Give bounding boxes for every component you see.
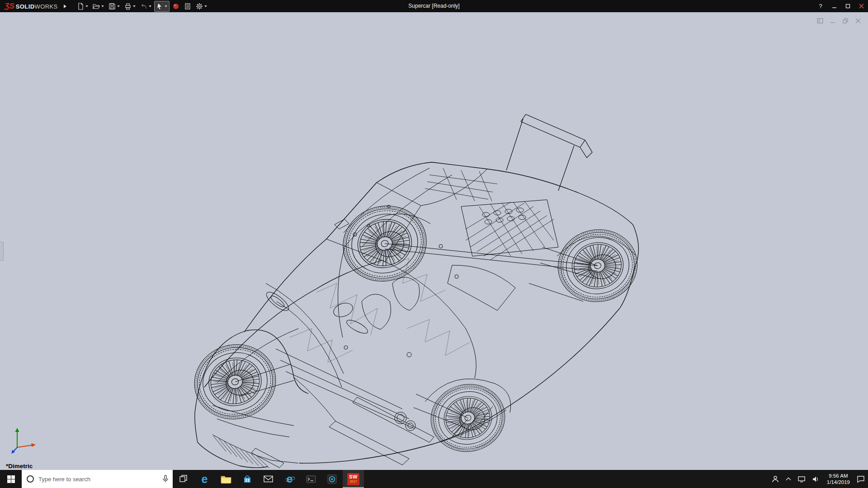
print-button[interactable]: [123, 1, 137, 12]
dassault-mark: ƷS: [5, 2, 14, 11]
toolbar-expand-arrow[interactable]: [61, 1, 69, 11]
select-cursor-icon: [156, 3, 163, 10]
options-button[interactable]: [194, 1, 209, 12]
sheet-icon: [184, 3, 191, 10]
open-button[interactable]: [91, 1, 106, 12]
taskbar-search[interactable]: [22, 470, 173, 488]
media-app-icon: [327, 474, 337, 484]
command-prompt-icon: [306, 475, 316, 483]
gear-icon: [196, 3, 203, 10]
minimize-icon: [832, 4, 837, 9]
titlebar: ƷS SOLID WORKS: [0, 0, 868, 12]
brand-works: WORKS: [34, 3, 57, 10]
dropdown-caret-icon[interactable]: [117, 5, 120, 7]
action-center-icon: [857, 475, 865, 483]
dropdown-caret-icon[interactable]: [133, 5, 136, 7]
volume-button[interactable]: [809, 470, 823, 488]
internet-explorer-button[interactable]: e: [279, 470, 300, 488]
printer-icon: [124, 3, 132, 10]
task-view-icon: [179, 474, 188, 483]
brand-solid: SOLID: [16, 3, 35, 10]
new-document-button[interactable]: [75, 1, 90, 12]
task-view-button[interactable]: [173, 470, 194, 488]
mail-button[interactable]: [258, 470, 279, 488]
command-prompt-button[interactable]: [300, 470, 321, 488]
solidworks-window: ƷS SOLID WORKS: [0, 0, 868, 488]
right-arrow-icon: [63, 4, 67, 9]
close-button[interactable]: [854, 0, 868, 12]
doc-restore-button[interactable]: [842, 18, 849, 24]
save-floppy-icon: [108, 3, 116, 10]
help-button[interactable]: ?: [814, 0, 827, 12]
dropdown-caret-icon[interactable]: [165, 5, 167, 7]
dropdown-caret-icon[interactable]: [204, 5, 207, 7]
new-document-icon: [77, 3, 84, 10]
undo-button[interactable]: [138, 1, 153, 12]
appearance-sphere-icon: [172, 3, 179, 10]
maximize-icon: [845, 4, 850, 9]
store-button[interactable]: [236, 470, 258, 488]
orientation-triad: [10, 426, 39, 455]
edge-button[interactable]: e: [194, 470, 215, 488]
windows-taskbar: e e: [0, 470, 868, 488]
view-orientation-label: *Dimetric: [6, 463, 33, 469]
document-title: Supercar [Read-only]: [408, 0, 459, 12]
wireframe-car-model: [0, 12, 868, 470]
taskbar-clock[interactable]: 9:56 AM 1/14/2019: [823, 473, 854, 485]
window-controls: ?: [814, 0, 868, 12]
feature-panel-handle[interactable]: [0, 242, 4, 261]
system-tray: 9:56 AM 1/14/2019: [768, 470, 868, 488]
doc-minimize-button[interactable]: [829, 18, 836, 24]
minimize-button[interactable]: [827, 0, 841, 12]
x-axis-icon: [31, 443, 36, 447]
mail-envelope-icon: [264, 475, 273, 483]
search-input[interactable]: [38, 476, 159, 483]
solidworks-taskbar-button[interactable]: SW 2017: [343, 470, 364, 488]
doc-minimize-icon: [830, 18, 835, 23]
solidworks-icon: SW 2017: [347, 473, 359, 485]
store-bag-icon: [243, 474, 251, 484]
edit-appearance-button[interactable]: [170, 1, 181, 12]
dropdown-caret-icon[interactable]: [149, 5, 151, 7]
clock-time: 9:56 AM: [827, 473, 850, 479]
graphics-viewport[interactable]: *Dimetric: [0, 12, 868, 470]
network-icon: [797, 476, 806, 483]
doc-restore-icon: [843, 18, 848, 23]
close-icon: [859, 4, 864, 9]
start-button[interactable]: [0, 470, 22, 488]
solidworks-logo: ƷS SOLID WORKS: [0, 2, 61, 11]
y-axis-icon: [15, 428, 19, 432]
dropdown-caret-icon[interactable]: [101, 5, 104, 7]
doc-close-icon: [855, 18, 861, 23]
internet-explorer-icon: e: [284, 473, 296, 485]
hidden-icons-button[interactable]: [783, 470, 794, 488]
help-icon: ?: [819, 3, 822, 9]
expand-pane-button[interactable]: [816, 18, 824, 24]
expand-pane-icon: [817, 18, 823, 23]
action-center-button[interactable]: [854, 470, 868, 488]
chevron-up-icon: [786, 477, 791, 481]
main-toolbar: [75, 1, 209, 12]
windows-logo-icon: [7, 475, 15, 483]
media-app-button[interactable]: [321, 470, 343, 488]
sheet-properties-button[interactable]: [182, 1, 193, 12]
volume-icon: [812, 476, 820, 483]
people-button[interactable]: [768, 470, 783, 488]
network-button[interactable]: [794, 470, 809, 488]
edge-icon: e: [202, 474, 208, 485]
undo-arrow-icon: [140, 3, 147, 10]
maximize-button[interactable]: [841, 0, 854, 12]
clock-date: 1/14/2019: [827, 479, 850, 485]
document-window-controls: [816, 18, 862, 24]
save-button[interactable]: [107, 1, 122, 12]
microphone-icon[interactable]: [162, 475, 169, 483]
people-icon: [771, 475, 779, 483]
cortana-icon: [26, 474, 35, 483]
doc-close-button[interactable]: [854, 18, 862, 24]
dropdown-caret-icon[interactable]: [85, 5, 88, 7]
open-folder-icon: [93, 3, 100, 10]
file-explorer-button[interactable]: [215, 470, 236, 488]
folder-icon: [221, 475, 231, 483]
select-tool-button[interactable]: [154, 1, 170, 12]
